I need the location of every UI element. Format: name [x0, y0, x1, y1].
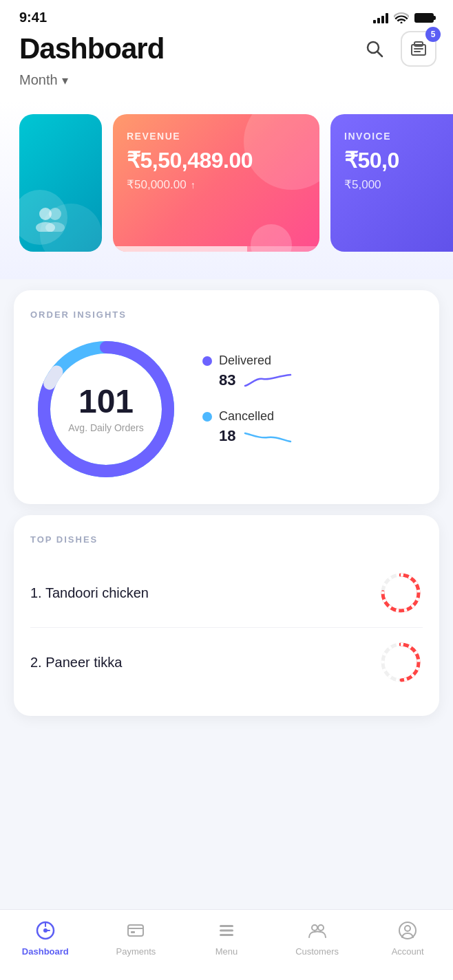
trend-up-icon: ↑: [191, 179, 196, 190]
header: Dashboard 5: [0, 31, 453, 67]
nav-dashboard-label: Dashboard: [22, 946, 69, 957]
page-title: Dashboard: [19, 32, 164, 65]
invoice-card-amount: ₹50,0: [344, 147, 453, 173]
delivered-label: Delivered: [219, 353, 271, 368]
customers-card[interactable]: [19, 114, 102, 252]
menu-icon: [217, 921, 236, 942]
dashboard-icon: [36, 921, 55, 942]
invoice-card-label: INVOICE: [344, 131, 453, 142]
customers-nav-icon: [308, 921, 327, 942]
revenue-card-amount: ₹5,50,489.00: [127, 147, 306, 173]
nav-payments[interactable]: Payments: [91, 918, 182, 959]
svg-rect-24: [128, 925, 143, 936]
revenue-card-sub: ₹50,000.00 ↑: [127, 177, 306, 192]
donut-center: 101 Avg. Daily Orders: [68, 385, 143, 433]
svg-rect-27: [220, 925, 233, 927]
search-icon: [365, 39, 384, 58]
invoice-card-sub: ₹5,000: [344, 177, 453, 192]
svg-point-30: [312, 925, 317, 930]
status-bar: 9:41: [0, 0, 453, 31]
orders-icon: [410, 40, 428, 58]
svg-rect-28: [220, 930, 233, 932]
delivered-count: 83: [219, 371, 235, 389]
svg-point-31: [318, 925, 324, 930]
cancelled-count: 18: [219, 427, 235, 445]
cancelled-sparkline: [244, 426, 292, 446]
chevron-down-icon: ▾: [62, 73, 68, 88]
donut-label: Avg. Daily Orders: [68, 422, 143, 433]
dish-name-2: 2. Paneer tikka: [30, 655, 122, 671]
payments-icon: [126, 921, 145, 942]
nav-menu[interactable]: Menu: [181, 918, 272, 959]
order-insights-card: ORDER INSIGHTS 101 Avg. Daily Orders: [14, 290, 439, 504]
delivered-dot: [202, 356, 212, 366]
battery-icon: [414, 13, 434, 23]
nav-account-label: Account: [392, 946, 424, 957]
status-time: 9:41: [19, 10, 47, 25]
nav-customers[interactable]: Customers: [272, 918, 363, 959]
delivered-legend-item: Delivered 83: [202, 353, 423, 390]
nav-account[interactable]: Account: [362, 918, 453, 959]
account-icon: [398, 921, 417, 942]
dish-chart-2: [379, 640, 423, 684]
revenue-card[interactable]: REVENUE ₹5,50,489.00 ₹50,000.00 ↑: [113, 114, 319, 252]
dish-item-1: 1. Tandoori chicken: [30, 558, 423, 627]
top-dishes-card: TOP DISHES 1. Tandoori chicken 2. Paneer…: [14, 515, 439, 716]
invoice-card[interactable]: INVOICE ₹50,0 ₹5,000: [330, 114, 453, 252]
order-insights-content: 101 Avg. Daily Orders Delivered 83: [30, 334, 423, 485]
dish-name-1: 1. Tandoori chicken: [30, 585, 149, 601]
cancelled-dot: [202, 412, 212, 422]
top-dishes-title: TOP DISHES: [30, 534, 423, 545]
cancelled-label: Cancelled: [219, 409, 274, 424]
svg-rect-29: [220, 934, 233, 936]
notification-badge: 5: [425, 27, 441, 42]
signal-icon: [373, 12, 388, 23]
nav-menu-label: Menu: [215, 946, 238, 957]
revenue-card-label: REVENUE: [127, 131, 306, 142]
svg-point-7: [49, 208, 61, 220]
nav-dashboard[interactable]: Dashboard: [0, 918, 91, 959]
search-button[interactable]: [359, 34, 390, 64]
insights-legend: Delivered 83 Cancelled 18: [202, 353, 423, 465]
cards-scroll: REVENUE ₹5,50,489.00 ₹50,000.00 ↑ INVOIC…: [0, 107, 453, 259]
header-actions: 5: [359, 31, 436, 67]
donut-number: 101: [68, 385, 143, 418]
order-insights-title: ORDER INSIGHTS: [30, 309, 423, 320]
donut-chart: 101 Avg. Daily Orders: [30, 334, 182, 485]
nav-payments-label: Payments: [116, 946, 156, 957]
customers-card-icon: [33, 204, 67, 238]
month-label: Month: [19, 72, 58, 88]
bottom-nav: Dashboard Payments Menu: [0, 909, 453, 980]
svg-point-33: [405, 926, 410, 931]
wifi-icon: [394, 12, 409, 23]
dish-item-2: 2. Paneer tikka: [30, 627, 423, 697]
dish-chart-1: [379, 571, 423, 615]
cards-section: REVENUE ₹5,50,489.00 ₹50,000.00 ↑ INVOIC…: [0, 100, 453, 279]
delivered-sparkline: [244, 371, 292, 390]
notification-button[interactable]: 5: [401, 31, 436, 67]
cancelled-legend-item: Cancelled 18: [202, 409, 423, 446]
svg-line-1: [377, 52, 382, 56]
status-icons: [373, 12, 434, 23]
svg-rect-26: [131, 931, 135, 933]
nav-customers-label: Customers: [295, 946, 339, 957]
month-filter[interactable]: Month ▾: [0, 67, 453, 100]
